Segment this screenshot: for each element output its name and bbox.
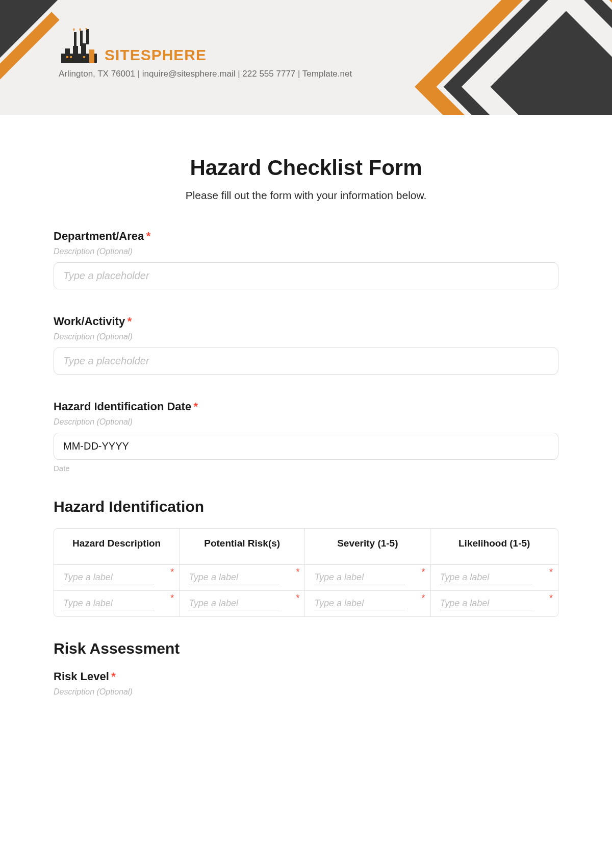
risk-level-label: Risk Level [54,670,109,683]
page-title: Hazard Checklist Form [54,156,558,180]
contact-line: Arlington, TX 76001 | inquire@sitesphere… [59,69,352,79]
table-cell[interactable]: *Type a label [54,591,180,616]
date-label: Hazard Identification Date [54,400,191,413]
table-row: *Type a label *Type a label *Type a labe… [54,565,558,591]
svg-rect-5 [74,32,76,47]
table-cell[interactable]: *Type a label [180,591,305,616]
corner-decoration-top-right [415,0,612,115]
table-row: *Type a label *Type a label *Type a labe… [54,591,558,616]
table-cell[interactable]: *Type a label [305,591,430,616]
department-label: Department/Area [54,230,144,242]
activity-input[interactable]: Type a placeholder [54,348,558,375]
col-potential-risks: Potential Risk(s) [180,529,305,565]
svg-rect-2 [73,46,78,63]
corner-decoration-top-left [0,0,58,58]
activity-label: Work/Activity [54,315,125,328]
field-department: Department/Area * Description (Optional)… [54,230,558,289]
svg-rect-4 [89,49,94,63]
required-marker: * [146,230,151,242]
svg-rect-6 [80,31,83,46]
svg-rect-7 [86,29,89,44]
svg-rect-1 [65,48,70,63]
hazard-table: Hazard Description Potential Risk(s) Sev… [54,528,558,617]
svg-rect-8 [66,56,68,58]
field-activity: Work/Activity * Description (Optional) T… [54,315,558,375]
required-marker: * [128,315,132,328]
svg-rect-3 [81,43,86,63]
logo-block: SITESPHERE Arlington, TX 76001 | inquire… [59,28,352,79]
page-header: SITESPHERE Arlington, TX 76001 | inquire… [0,0,612,115]
date-sublabel: Date [54,464,558,473]
date-description: Description (Optional) [54,417,558,427]
section-hazard-identification: Hazard Identification [54,498,558,515]
field-date: Hazard Identification Date * Description… [54,400,558,473]
factory-icon [59,28,99,64]
section-risk-assessment: Risk Assessment [54,640,558,657]
department-description: Description (Optional) [54,247,558,256]
form-content: Hazard Checklist Form Please fill out th… [0,115,612,727]
required-marker: * [111,670,116,683]
table-cell[interactable]: *Type a label [305,565,430,591]
col-severity: Severity (1-5) [305,529,430,565]
svg-rect-10 [83,56,85,58]
required-marker: * [194,400,198,413]
activity-description: Description (Optional) [54,332,558,341]
page-subtitle: Please fill out the form with your infor… [54,189,558,202]
table-header-row: Hazard Description Potential Risk(s) Sev… [54,529,558,565]
brand-name: SITESPHERE [105,46,207,64]
table-cell[interactable]: *Type a label [54,565,180,591]
svg-rect-9 [70,56,72,58]
table-cell[interactable]: *Type a label [180,565,305,591]
table-cell[interactable]: *Type a label [431,591,558,616]
field-risk-level: Risk Level * Description (Optional) [54,670,558,697]
col-hazard-description: Hazard Description [54,529,180,565]
risk-level-description: Description (Optional) [54,687,558,697]
department-input[interactable]: Type a placeholder [54,262,558,289]
col-likelihood: Likelihood (1-5) [430,529,558,565]
table-cell[interactable]: *Type a label [431,565,558,591]
date-input[interactable]: MM-DD-YYYY [54,433,558,460]
